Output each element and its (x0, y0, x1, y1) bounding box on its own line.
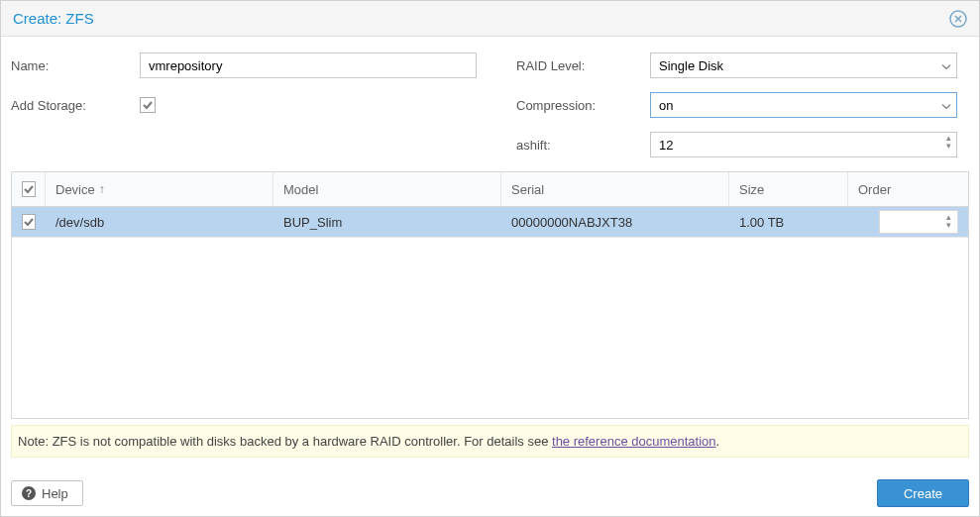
cell-device: /dev/sdb (46, 207, 273, 237)
help-icon: ? (22, 486, 36, 500)
table-row[interactable]: /dev/sdb BUP_Slim 00000000NABJXT38 1.00 … (12, 207, 968, 238)
row-checkbox[interactable] (22, 214, 36, 230)
name-label: Name: (11, 58, 140, 73)
spinner-icon: ▴▾ (946, 213, 951, 229)
column-label: Serial (511, 182, 544, 197)
compression-select[interactable] (650, 92, 957, 118)
sort-asc-icon: ↑ (99, 182, 105, 196)
add-storage-checkbox[interactable] (140, 97, 156, 113)
dialog-window: Create: ZFS Name: RAID Level: Add Storag… (0, 0, 980, 517)
grid-body: /dev/sdb BUP_Slim 00000000NABJXT38 1.00 … (12, 207, 968, 418)
titlebar: Create: ZFS (1, 1, 979, 37)
add-storage-label: Add Storage: (11, 98, 140, 113)
raid-level-select[interactable] (650, 52, 957, 78)
column-header-order[interactable]: Order (848, 172, 968, 206)
raid-level-label: RAID Level: (516, 58, 650, 73)
select-all-checkbox[interactable] (22, 181, 36, 197)
column-label: Size (739, 182, 764, 197)
order-spinner[interactable]: ▴▾ (879, 210, 958, 234)
dialog-title: Create: ZFS (13, 10, 949, 27)
note-suffix: . (716, 434, 720, 449)
name-input[interactable] (140, 52, 477, 78)
column-header-device[interactable]: Device ↑ (46, 172, 273, 206)
cell-model: BUP_Slim (273, 207, 501, 237)
ashift-value[interactable] (650, 132, 957, 157)
compression-value[interactable] (650, 92, 957, 118)
column-label: Model (283, 182, 318, 197)
column-label: Order (858, 182, 891, 197)
help-label: Help (42, 486, 68, 501)
close-icon[interactable] (949, 10, 967, 28)
create-button[interactable]: Create (877, 479, 969, 507)
column-header-serial[interactable]: Serial (501, 172, 729, 206)
ashift-label: ashift: (516, 138, 650, 153)
column-header-size[interactable]: Size (729, 172, 848, 206)
cell-size: 1.00 TB (729, 207, 848, 237)
raid-level-value[interactable] (650, 52, 957, 78)
note-text: Note: ZFS is not compatible with disks b… (18, 434, 552, 449)
help-button[interactable]: ? Help (11, 480, 83, 506)
compression-label: Compression: (516, 98, 650, 113)
grid-header: Device ↑ Model Serial Size Order (12, 172, 968, 207)
form-area: Name: RAID Level: Add Storage: Compressi… (1, 37, 979, 157)
cell-serial: 00000000NABJXT38 (501, 207, 729, 237)
dialog-footer: ? Help Create (1, 471, 979, 515)
ashift-input[interactable]: ▴▾ (650, 132, 957, 157)
disk-grid: Device ↑ Model Serial Size Order (11, 171, 969, 419)
column-label: Device (55, 182, 95, 197)
column-header-model[interactable]: Model (273, 172, 501, 206)
documentation-link[interactable]: the reference documentation (552, 434, 716, 449)
cell-order[interactable]: ▴▾ (848, 207, 968, 237)
note-bar: Note: ZFS is not compatible with disks b… (11, 425, 969, 458)
